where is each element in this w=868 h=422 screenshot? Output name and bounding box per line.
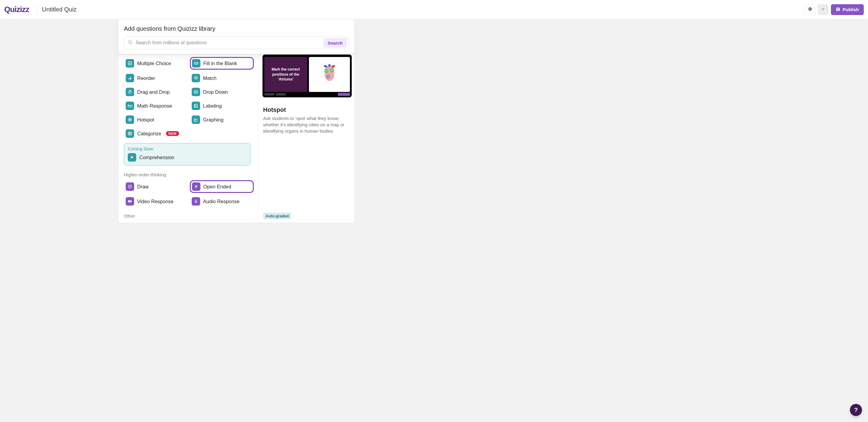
play-icon <box>821 7 825 12</box>
preview-description: Ask students to ‘spot’ what they know; w… <box>263 115 350 134</box>
preview-frame: Mark the correct positions of the 'Atriu… <box>262 55 352 97</box>
svg-point-9 <box>195 105 195 106</box>
type-label: Reorder <box>137 76 155 81</box>
type-comprehension[interactable]: Comprehension <box>128 153 247 161</box>
top-bar: Quizizz Untitled Quiz Publish <box>0 0 868 19</box>
type-math-response[interactable]: f(x) Math Response <box>124 100 188 111</box>
publish-button[interactable]: Publish <box>831 4 864 15</box>
type-reorder[interactable]: Reorder <box>124 73 188 84</box>
svg-rect-21 <box>128 201 131 203</box>
list-icon <box>128 153 136 161</box>
new-badge: NEW <box>166 131 179 136</box>
type-preview: Mark the correct positions of the 'Atriu… <box>258 55 354 223</box>
gear-icon <box>807 7 812 12</box>
svg-point-29 <box>326 70 327 72</box>
checkbox-icon <box>126 59 134 67</box>
section-other: Other <box>124 213 254 218</box>
search-button[interactable]: Search <box>323 38 347 48</box>
svg-point-0 <box>129 41 131 43</box>
type-graphing[interactable]: Graphing <box>190 114 254 125</box>
type-draw[interactable]: Draw <box>124 180 188 193</box>
type-label: Match <box>203 76 217 81</box>
type-slide[interactable]: Slide <box>190 221 254 223</box>
draw-icon <box>126 182 134 191</box>
hand-icon <box>126 88 134 96</box>
type-label: Video Response <box>137 199 174 204</box>
svg-rect-4 <box>128 79 129 79</box>
coming-soon-label: Coming Soon <box>128 147 247 151</box>
preview-image <box>309 57 350 92</box>
search-bar: Search <box>124 36 349 49</box>
type-label: Fill in the Blank <box>204 61 237 66</box>
type-hotspot[interactable]: Hotspot <box>124 114 188 125</box>
dropdown-title: Add questions from Quizizz library <box>124 25 349 32</box>
type-open-ended[interactable]: Open Ended <box>190 180 254 193</box>
quiz-title[interactable]: Untitled Quiz <box>42 6 77 13</box>
settings-button[interactable] <box>804 4 815 15</box>
type-audio-response[interactable]: Audio Response <box>190 196 254 207</box>
preview-play-button[interactable] <box>818 4 829 15</box>
svg-point-33 <box>328 76 329 77</box>
type-label: Graphing <box>203 117 224 123</box>
type-label: Draw <box>137 184 149 190</box>
help-button[interactable]: ? <box>850 404 862 416</box>
divider <box>37 5 37 14</box>
function-icon: f(x) <box>126 101 134 110</box>
target-icon <box>126 116 134 124</box>
search-icon <box>128 40 133 46</box>
logo: Quizizz <box>4 5 32 14</box>
type-fill-in-the-blank[interactable]: Fill in the Blank <box>190 57 254 70</box>
type-multiple-choice[interactable]: Multiple Choice <box>124 57 188 70</box>
svg-point-31 <box>331 70 333 71</box>
coming-soon-box: Coming Soon Comprehension <box>124 143 250 165</box>
type-label: Hotspot <box>137 117 154 123</box>
search-input[interactable] <box>135 40 320 46</box>
type-categorize[interactable]: Categorize NEW <box>124 128 188 139</box>
columns-icon <box>126 129 134 138</box>
preview-prompt: Mark the correct positions of the 'Atriu… <box>264 57 307 92</box>
save-icon <box>836 7 840 12</box>
svg-rect-12 <box>128 132 130 135</box>
type-label: Labeling <box>203 103 222 109</box>
blank-icon <box>192 59 200 67</box>
type-label: Open Ended <box>204 184 231 190</box>
svg-rect-3 <box>194 62 198 64</box>
svg-rect-13 <box>130 132 131 135</box>
svg-rect-7 <box>194 91 197 93</box>
section-higher-order: Higher-order thinking <box>124 172 254 177</box>
video-icon <box>126 197 134 206</box>
svg-rect-22 <box>195 200 196 202</box>
question-types-panel: Multiple Choice Fill in the Blank Reorde… <box>118 54 355 223</box>
type-drag-and-drop[interactable]: Drag and Drop <box>124 87 188 97</box>
library-dropdown: Add questions from Quizizz library Searc… <box>118 19 355 54</box>
mic-icon <box>192 197 200 206</box>
bars-icon <box>126 74 134 82</box>
preview-title: Hotspot <box>263 107 350 113</box>
chart-icon <box>192 116 200 124</box>
publish-label: Publish <box>843 7 859 12</box>
type-label: Categorize <box>137 131 161 137</box>
dropdown-icon <box>192 88 200 96</box>
label-icon <box>192 101 200 110</box>
type-label: Multiple Choice <box>137 61 171 66</box>
layers-icon <box>192 74 200 82</box>
svg-point-11 <box>129 119 130 120</box>
type-poll[interactable]: Poll <box>124 221 188 223</box>
type-label: Drag and Drop <box>137 89 170 95</box>
type-label: Audio Response <box>203 199 240 204</box>
type-label: Comprehension <box>139 155 174 160</box>
svg-line-1 <box>131 43 132 44</box>
svg-rect-5 <box>130 78 130 80</box>
type-drop-down[interactable]: Drop Down <box>190 87 254 97</box>
type-match[interactable]: Match <box>190 73 254 84</box>
type-label: Math Response <box>137 103 172 109</box>
type-labeling[interactable]: Labeling <box>190 100 254 111</box>
type-video-response[interactable]: Video Response <box>124 196 188 207</box>
svg-rect-6 <box>130 77 131 80</box>
text-lines-icon <box>192 182 200 191</box>
auto-graded-badge: Auto-graded <box>263 213 291 219</box>
type-label: Drop Down <box>203 89 228 95</box>
